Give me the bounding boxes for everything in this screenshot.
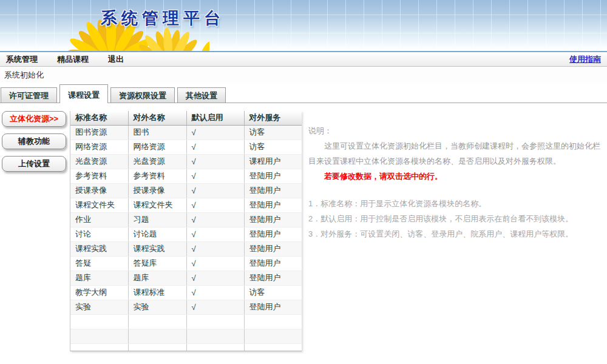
cell-external-name: 习题 [128,212,186,227]
cell-external-service: 访客 [244,140,302,154]
table-row[interactable]: 课程实践课程实践√登陆用户 [70,241,302,256]
info-notes: 1．标准名称：用于显示立体化资源各模块的名称。 2．默认启用：用于控制是否启用该… [308,196,601,241]
table-body: 图书资源图书√访客网络资源网络资源√访客光盘资源光盘资源√课程用户参考资料参考资… [70,125,302,351]
cell-external-service: 课程用户 [244,154,302,169]
cell-external-name: 课程实践 [128,241,186,256]
cell-default-enabled: √ [186,285,244,300]
menu-item-logout[interactable]: 退出 [108,54,124,65]
sidebar-button-upload-settings[interactable]: 上传设置 [2,156,66,172]
cell-external-name: 课程标准 [128,285,186,300]
table-row[interactable]: 教学大纲课程标准√访客 [70,285,302,300]
cell-external-name: 参考资料 [128,169,186,183]
cell-external-service: 登陆用户 [244,169,302,183]
tab-resource-permissions[interactable]: 资源权限设置 [110,87,175,103]
table-header-row: 标准名称 对外名称 默认启用 对外服务 [70,111,302,125]
cell-standard-name: 授课录像 [70,183,128,198]
info-description: 这里可设置立体化资源初始化栏目，当教师创建课程时，会参照这里的初始化栏目来设置课… [308,138,601,169]
column-header-external-service: 对外服务 [244,111,302,125]
table-row[interactable]: 网络资源网络资源√访客 [70,140,302,154]
table-row[interactable]: 讨论讨论题√登陆用户 [70,227,302,241]
cell-external-service: 访客 [244,125,302,140]
content-area: 立体化资源>> 辅教功能 上传设置 标准名称 对外名称 默认启用 对外服务 图书… [0,103,607,351]
info-note-external-service: 3．对外服务：可设置关闭、访客、登录用户、院系用户、课程用户等权限。 [308,226,601,241]
table-empty-row [70,314,302,329]
cell-external-name: 课程文件夹 [128,198,186,212]
table-row[interactable]: 图书资源图书√访客 [70,125,302,140]
page-title: 系统管理平台 [101,7,225,29]
info-note-standard-name: 1．标准名称：用于显示立体化资源各模块的名称。 [308,196,601,211]
cell-default-enabled: √ [186,125,244,140]
cell-external-name: 授课录像 [128,183,186,198]
table-row[interactable]: 实验实验√登陆用户 [70,300,302,314]
tab-bar: 许可证管理 课程设置 资源权限设置 其他设置 [0,83,607,103]
cell-standard-name: 答疑 [70,256,128,271]
cell-default-enabled: √ [186,140,244,154]
help-guide-link[interactable]: 使用指南 [569,54,601,65]
cell-default-enabled: √ [186,212,244,227]
table-row[interactable]: 授课录像授课录像√登陆用户 [70,183,302,198]
cell-default-enabled: √ [186,198,244,212]
breadcrumb: 系统初始化 [0,67,607,83]
table-empty-row [70,343,302,351]
cell-external-service: 登陆用户 [244,212,302,227]
cell-default-enabled [186,343,244,351]
sidebar-button-teaching-aids[interactable]: 辅教功能 [2,133,66,149]
cell-standard-name: 图书资源 [70,125,128,140]
cell-external-name: 光盘资源 [128,154,186,169]
cell-external-service: 登陆用户 [244,300,302,314]
sidebar-button-multimedia-resources[interactable]: 立体化资源>> [2,111,66,127]
menu-bar: 系统管理 精品课程 退出 使用指南 [0,52,607,67]
cell-standard-name: 课程实践 [70,241,128,256]
cell-external-service: 登陆用户 [244,241,302,256]
tab-license-management[interactable]: 许可证管理 [1,87,57,103]
cell-default-enabled: √ [186,241,244,256]
cell-default-enabled: √ [186,154,244,169]
cell-standard-name: 参考资料 [70,169,128,183]
cell-default-enabled: √ [186,271,244,285]
info-panel: 说明： 这里可设置立体化资源初始化栏目，当教师创建课程时，会参照这里的初始化栏目… [308,111,601,241]
cell-external-name [128,329,186,343]
cell-standard-name: 光盘资源 [70,154,128,169]
cell-external-name: 实验 [128,300,186,314]
resource-table: 标准名称 对外名称 默认启用 对外服务 图书资源图书√访客网络资源网络资源√访客… [70,111,302,351]
table-row[interactable]: 题库题库√登陆用户 [70,271,302,285]
cell-standard-name: 课程文件夹 [70,198,128,212]
cell-external-name: 题库 [128,271,186,285]
cell-external-service [244,329,302,343]
cell-default-enabled [186,329,244,343]
table-empty-row [70,329,302,343]
column-header-standard-name: 标准名称 [70,111,128,125]
menu-item-courses[interactable]: 精品课程 [57,54,89,65]
tab-other-settings[interactable]: 其他设置 [177,87,226,103]
table-row[interactable]: 光盘资源光盘资源√课程用户 [70,154,302,169]
cell-default-enabled: √ [186,227,244,241]
tab-course-settings[interactable]: 课程设置 [59,84,108,103]
menu-item-system-admin[interactable]: 系统管理 [6,54,38,65]
cell-external-name: 讨论题 [128,227,186,241]
table-row[interactable]: 参考资料参考资料√登陆用户 [70,169,302,183]
banner-header: 系统管理平台 [0,0,607,52]
table-row[interactable]: 课程文件夹课程文件夹√登陆用户 [70,198,302,212]
cell-standard-name: 题库 [70,271,128,285]
cell-default-enabled: √ [186,300,244,314]
cell-standard-name: 作业 [70,212,128,227]
info-note-default-enabled: 2．默认启用：用于控制是否启用该模块，不启用表示在前台看不到该模块。 [308,211,601,226]
cell-external-service: 登陆用户 [244,256,302,271]
cell-external-service: 登陆用户 [244,227,302,241]
cell-default-enabled [186,314,244,329]
sidebar: 立体化资源>> 辅教功能 上传设置 [0,111,70,178]
cell-external-service: 访客 [244,285,302,300]
cell-external-service: 登陆用户 [244,271,302,285]
cell-standard-name [70,314,128,329]
cell-standard-name: 教学大纲 [70,285,128,300]
cell-default-enabled: √ [186,169,244,183]
cell-default-enabled: √ [186,256,244,271]
cell-standard-name [70,329,128,343]
column-header-external-name: 对外名称 [128,111,186,125]
cell-external-name [128,343,186,351]
table-row[interactable]: 答疑答疑库√登陆用户 [70,256,302,271]
cell-standard-name [70,343,128,351]
cell-external-name: 答疑库 [128,256,186,271]
table-row[interactable]: 作业习题√登陆用户 [70,212,302,227]
breadcrumb-label: 系统初始化 [4,70,44,79]
